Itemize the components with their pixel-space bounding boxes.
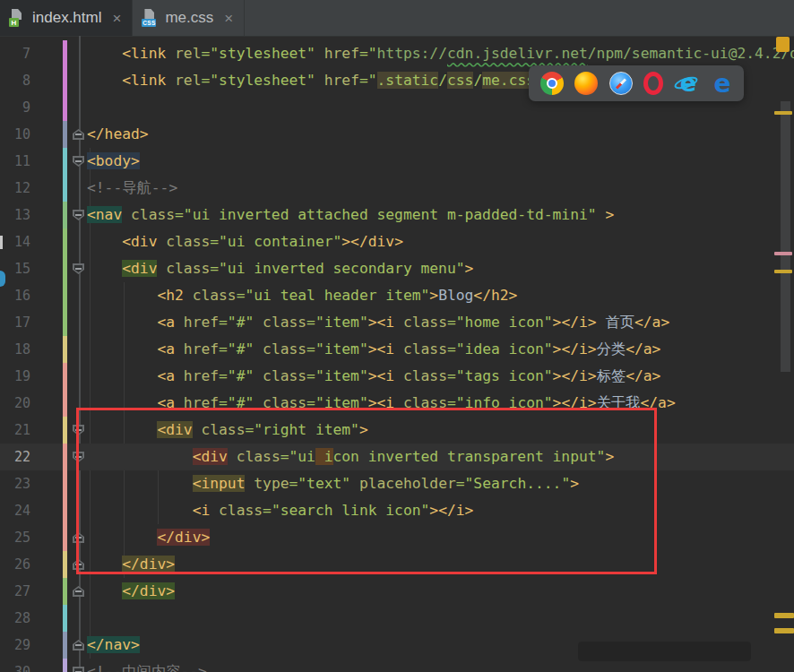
firefox-icon[interactable] bbox=[574, 72, 598, 95]
code-token: ="ui teal header item" bbox=[237, 287, 430, 304]
code-editor[interactable]: 7 <link rel="stylesheet" href="https://c… bbox=[0, 36, 794, 672]
code-line[interactable]: <link rel="stylesheet" href="https://cdn… bbox=[87, 40, 794, 67]
gutter-change-stripe bbox=[63, 417, 67, 444]
code-line[interactable]: <a href="#" class="item"><i class="tags … bbox=[87, 363, 660, 390]
line-number: 30 bbox=[0, 659, 30, 672]
code-line[interactable]: <a href="#" class="item"><i class="home … bbox=[87, 309, 669, 336]
line-number: 26 bbox=[0, 551, 30, 578]
code-token: class bbox=[263, 314, 306, 331]
code-token: 分类 bbox=[597, 340, 626, 358]
code-token: .static bbox=[377, 72, 439, 89]
code-token: ="item" bbox=[306, 340, 368, 358]
code-line[interactable]: </div> bbox=[87, 578, 175, 605]
fold-down-icon[interactable] bbox=[73, 667, 84, 672]
gutter-change-stripe bbox=[63, 336, 67, 363]
code-line[interactable]: <!--中间内容--> bbox=[87, 659, 207, 672]
code-line[interactable]: <nav class="ui inverted attached segment… bbox=[87, 202, 614, 228]
opera-icon[interactable] bbox=[643, 72, 663, 95]
gutter-change-stripe bbox=[63, 444, 67, 470]
code-token: rel bbox=[175, 72, 201, 89]
scrollbar-thumb[interactable] bbox=[781, 101, 790, 372]
fold-up-icon[interactable] bbox=[73, 640, 84, 650]
code-token: css bbox=[447, 72, 473, 89]
gutter-change-stripe bbox=[63, 175, 67, 202]
code-line[interactable]: <link rel="stylesheet" href=".static/css… bbox=[87, 67, 553, 94]
code-token: ="#" bbox=[219, 340, 254, 358]
tab-index-html[interactable]: H index.html × bbox=[0, 0, 133, 36]
left-edge-artifact bbox=[0, 236, 3, 249]
code-token: ="item" bbox=[306, 314, 368, 331]
error-stripe-mark[interactable] bbox=[774, 252, 792, 255]
code-token: rel bbox=[175, 45, 201, 62]
gutter-change-stripe bbox=[63, 202, 67, 228]
code-line[interactable]: <a href="#" class="item"><i class="idea … bbox=[87, 336, 660, 363]
code-line[interactable]: <div class="ui inverted secondary menu"> bbox=[87, 255, 473, 282]
fold-up-icon[interactable] bbox=[73, 129, 84, 140]
tab-label: index.html bbox=[32, 9, 101, 27]
code-token: <!--中间内容--> bbox=[87, 663, 207, 672]
code-line[interactable]: <h2 class="ui teal header item">Blog</h2… bbox=[87, 282, 517, 309]
ie-icon[interactable]: e bbox=[675, 72, 698, 95]
code-token: ="stylesheet" bbox=[201, 72, 315, 89]
editor-tab-bar: H index.html × CSS me.css × bbox=[0, 0, 794, 37]
gutter-change-stripe bbox=[63, 390, 67, 417]
code-token: > bbox=[429, 287, 438, 304]
gutter-change-stripe bbox=[63, 551, 67, 578]
gutter-change-stripe bbox=[63, 578, 67, 605]
code-token: ></i> bbox=[553, 314, 597, 331]
code-token: / bbox=[438, 72, 447, 89]
line-number: 11 bbox=[0, 148, 30, 175]
code-token: https:// bbox=[377, 45, 447, 62]
code-line[interactable]: <!--导航--> bbox=[87, 175, 177, 202]
line-number: 10 bbox=[0, 121, 30, 148]
code-token: <body> bbox=[87, 152, 140, 169]
code-token bbox=[87, 287, 157, 304]
code-token: ><i bbox=[368, 367, 403, 384]
error-stripe-mark[interactable] bbox=[774, 270, 792, 273]
code-token bbox=[254, 340, 263, 358]
fold-down-icon[interactable] bbox=[73, 156, 84, 167]
code-token: <div bbox=[122, 260, 157, 277]
code-token: 标签 bbox=[597, 367, 626, 384]
line-number: 27 bbox=[0, 578, 30, 605]
code-token bbox=[597, 206, 606, 223]
gutter-change-stripe bbox=[63, 255, 67, 282]
code-token: </a> bbox=[626, 367, 660, 384]
code-line[interactable]: <div class="ui container"></div> bbox=[87, 228, 403, 255]
code-line[interactable]: </head> bbox=[87, 121, 149, 148]
code-token: / bbox=[473, 72, 482, 89]
edge-icon[interactable]: e bbox=[709, 72, 732, 95]
line-number: 13 bbox=[0, 202, 30, 228]
fold-down-icon[interactable] bbox=[73, 210, 84, 220]
fold-down-icon[interactable] bbox=[73, 263, 84, 274]
line-number: 24 bbox=[0, 497, 30, 524]
code-line[interactable]: <body> bbox=[87, 148, 140, 175]
code-token: href bbox=[184, 340, 219, 358]
line-number: 14 bbox=[0, 228, 30, 255]
code-line[interactable]: </nav> bbox=[87, 632, 140, 659]
code-token: class bbox=[166, 260, 210, 277]
code-token bbox=[87, 582, 122, 599]
gutter-change-stripe bbox=[63, 497, 67, 524]
close-icon[interactable]: × bbox=[112, 11, 121, 26]
error-stripe-annotation-mark[interactable] bbox=[776, 37, 790, 52]
error-stripe-mark[interactable] bbox=[774, 613, 794, 618]
close-icon[interactable]: × bbox=[224, 11, 233, 26]
line-number: 19 bbox=[0, 363, 30, 390]
gutter-change-stripe bbox=[63, 659, 67, 672]
code-token bbox=[87, 314, 157, 331]
error-stripe-mark[interactable] bbox=[774, 628, 794, 633]
code-token: ="home icon" bbox=[447, 314, 553, 331]
chrome-icon[interactable] bbox=[540, 72, 564, 95]
line-number: 21 bbox=[0, 417, 30, 444]
html-file-icon: H bbox=[9, 9, 25, 27]
safari-icon[interactable] bbox=[609, 72, 633, 95]
code-token: /npm/semantic-ui@2.4.2/dist/semantic.min… bbox=[588, 45, 794, 62]
line-number: 25 bbox=[0, 524, 30, 551]
tab-me-css[interactable]: CSS me.css × bbox=[133, 0, 245, 36]
line-number: 17 bbox=[0, 309, 30, 336]
css-file-icon: CSS bbox=[142, 9, 158, 27]
code-token: ="idea icon" bbox=[447, 340, 553, 358]
error-stripe-mark[interactable] bbox=[774, 111, 792, 115]
fold-up-icon[interactable] bbox=[73, 586, 84, 597]
